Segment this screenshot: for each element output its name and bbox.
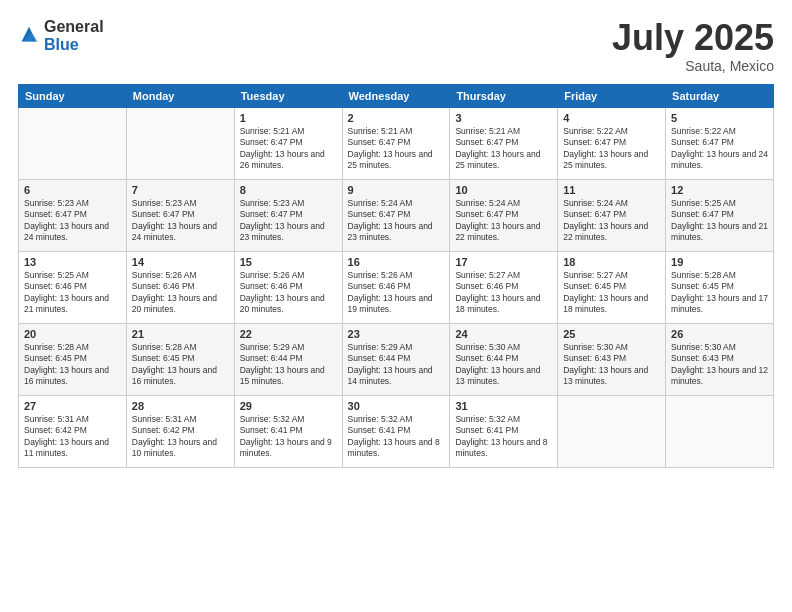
day-info: Sunrise: 5:31 AM Sunset: 6:42 PM Dayligh… [132,414,229,460]
week-row-5: 27Sunrise: 5:31 AM Sunset: 6:42 PM Dayli… [19,395,774,467]
day-info: Sunrise: 5:28 AM Sunset: 6:45 PM Dayligh… [132,342,229,388]
day-number: 4 [563,112,660,124]
day-cell-2-4: 9Sunrise: 5:24 AM Sunset: 6:47 PM Daylig… [342,179,450,251]
day-number: 2 [348,112,445,124]
day-number: 8 [240,184,337,196]
day-number: 9 [348,184,445,196]
day-cell-2-2: 7Sunrise: 5:23 AM Sunset: 6:47 PM Daylig… [126,179,234,251]
day-info: Sunrise: 5:31 AM Sunset: 6:42 PM Dayligh… [24,414,121,460]
day-cell-5-3: 29Sunrise: 5:32 AM Sunset: 6:41 PM Dayli… [234,395,342,467]
day-number: 12 [671,184,768,196]
day-number: 31 [455,400,552,412]
day-info: Sunrise: 5:21 AM Sunset: 6:47 PM Dayligh… [455,126,552,172]
day-cell-4-1: 20Sunrise: 5:28 AM Sunset: 6:45 PM Dayli… [19,323,127,395]
day-number: 21 [132,328,229,340]
week-row-3: 13Sunrise: 5:25 AM Sunset: 6:46 PM Dayli… [19,251,774,323]
day-info: Sunrise: 5:30 AM Sunset: 6:44 PM Dayligh… [455,342,552,388]
day-number: 28 [132,400,229,412]
day-info: Sunrise: 5:32 AM Sunset: 6:41 PM Dayligh… [348,414,445,460]
day-info: Sunrise: 5:24 AM Sunset: 6:47 PM Dayligh… [563,198,660,244]
day-number: 20 [24,328,121,340]
day-number: 7 [132,184,229,196]
day-cell-3-4: 16Sunrise: 5:26 AM Sunset: 6:46 PM Dayli… [342,251,450,323]
day-info: Sunrise: 5:28 AM Sunset: 6:45 PM Dayligh… [671,270,768,316]
header-saturday: Saturday [666,84,774,107]
day-number: 10 [455,184,552,196]
day-cell-4-4: 23Sunrise: 5:29 AM Sunset: 6:44 PM Dayli… [342,323,450,395]
day-info: Sunrise: 5:32 AM Sunset: 6:41 PM Dayligh… [240,414,337,460]
day-cell-2-7: 12Sunrise: 5:25 AM Sunset: 6:47 PM Dayli… [666,179,774,251]
day-cell-5-5: 31Sunrise: 5:32 AM Sunset: 6:41 PM Dayli… [450,395,558,467]
day-number: 16 [348,256,445,268]
day-cell-3-5: 17Sunrise: 5:27 AM Sunset: 6:46 PM Dayli… [450,251,558,323]
day-number: 17 [455,256,552,268]
day-cell-1-5: 3Sunrise: 5:21 AM Sunset: 6:47 PM Daylig… [450,107,558,179]
logo-general: General [44,18,104,35]
day-cell-5-7 [666,395,774,467]
day-cell-5-2: 28Sunrise: 5:31 AM Sunset: 6:42 PM Dayli… [126,395,234,467]
day-number: 22 [240,328,337,340]
header-tuesday: Tuesday [234,84,342,107]
day-cell-4-6: 25Sunrise: 5:30 AM Sunset: 6:43 PM Dayli… [558,323,666,395]
day-info: Sunrise: 5:25 AM Sunset: 6:47 PM Dayligh… [671,198,768,244]
day-cell-1-2 [126,107,234,179]
logo-blue: Blue [44,36,79,53]
day-cell-5-4: 30Sunrise: 5:32 AM Sunset: 6:41 PM Dayli… [342,395,450,467]
day-cell-5-6 [558,395,666,467]
day-info: Sunrise: 5:24 AM Sunset: 6:47 PM Dayligh… [455,198,552,244]
calendar-table: Sunday Monday Tuesday Wednesday Thursday… [18,84,774,468]
day-number: 5 [671,112,768,124]
day-cell-2-1: 6Sunrise: 5:23 AM Sunset: 6:47 PM Daylig… [19,179,127,251]
day-cell-2-5: 10Sunrise: 5:24 AM Sunset: 6:47 PM Dayli… [450,179,558,251]
day-number: 24 [455,328,552,340]
day-number: 13 [24,256,121,268]
header: General Blue July 2025 Sauta, Mexico [18,18,774,74]
header-monday: Monday [126,84,234,107]
header-friday: Friday [558,84,666,107]
title-block: July 2025 Sauta, Mexico [612,18,774,74]
day-cell-1-3: 1Sunrise: 5:21 AM Sunset: 6:47 PM Daylig… [234,107,342,179]
day-number: 14 [132,256,229,268]
day-info: Sunrise: 5:27 AM Sunset: 6:46 PM Dayligh… [455,270,552,316]
week-row-1: 1Sunrise: 5:21 AM Sunset: 6:47 PM Daylig… [19,107,774,179]
day-info: Sunrise: 5:22 AM Sunset: 6:47 PM Dayligh… [563,126,660,172]
week-row-4: 20Sunrise: 5:28 AM Sunset: 6:45 PM Dayli… [19,323,774,395]
day-cell-3-6: 18Sunrise: 5:27 AM Sunset: 6:45 PM Dayli… [558,251,666,323]
day-info: Sunrise: 5:30 AM Sunset: 6:43 PM Dayligh… [563,342,660,388]
day-cell-5-1: 27Sunrise: 5:31 AM Sunset: 6:42 PM Dayli… [19,395,127,467]
day-info: Sunrise: 5:23 AM Sunset: 6:47 PM Dayligh… [132,198,229,244]
day-info: Sunrise: 5:27 AM Sunset: 6:45 PM Dayligh… [563,270,660,316]
day-cell-1-7: 5Sunrise: 5:22 AM Sunset: 6:47 PM Daylig… [666,107,774,179]
day-info: Sunrise: 5:29 AM Sunset: 6:44 PM Dayligh… [348,342,445,388]
week-row-2: 6Sunrise: 5:23 AM Sunset: 6:47 PM Daylig… [19,179,774,251]
day-info: Sunrise: 5:22 AM Sunset: 6:47 PM Dayligh… [671,126,768,172]
day-number: 29 [240,400,337,412]
logo: General Blue [18,18,104,54]
day-cell-3-1: 13Sunrise: 5:25 AM Sunset: 6:46 PM Dayli… [19,251,127,323]
day-cell-4-7: 26Sunrise: 5:30 AM Sunset: 6:43 PM Dayli… [666,323,774,395]
day-number: 19 [671,256,768,268]
day-cell-4-3: 22Sunrise: 5:29 AM Sunset: 6:44 PM Dayli… [234,323,342,395]
day-number: 18 [563,256,660,268]
day-info: Sunrise: 5:26 AM Sunset: 6:46 PM Dayligh… [240,270,337,316]
day-number: 27 [24,400,121,412]
day-info: Sunrise: 5:21 AM Sunset: 6:47 PM Dayligh… [240,126,337,172]
header-sunday: Sunday [19,84,127,107]
day-number: 26 [671,328,768,340]
header-thursday: Thursday [450,84,558,107]
logo-icon [18,25,40,47]
day-info: Sunrise: 5:26 AM Sunset: 6:46 PM Dayligh… [348,270,445,316]
day-info: Sunrise: 5:32 AM Sunset: 6:41 PM Dayligh… [455,414,552,460]
day-number: 25 [563,328,660,340]
day-info: Sunrise: 5:23 AM Sunset: 6:47 PM Dayligh… [240,198,337,244]
day-number: 30 [348,400,445,412]
day-cell-4-5: 24Sunrise: 5:30 AM Sunset: 6:44 PM Dayli… [450,323,558,395]
day-cell-3-2: 14Sunrise: 5:26 AM Sunset: 6:46 PM Dayli… [126,251,234,323]
header-wednesday: Wednesday [342,84,450,107]
day-number: 15 [240,256,337,268]
day-cell-4-2: 21Sunrise: 5:28 AM Sunset: 6:45 PM Dayli… [126,323,234,395]
day-cell-1-4: 2Sunrise: 5:21 AM Sunset: 6:47 PM Daylig… [342,107,450,179]
day-info: Sunrise: 5:29 AM Sunset: 6:44 PM Dayligh… [240,342,337,388]
title-location: Sauta, Mexico [612,58,774,74]
day-cell-3-7: 19Sunrise: 5:28 AM Sunset: 6:45 PM Dayli… [666,251,774,323]
